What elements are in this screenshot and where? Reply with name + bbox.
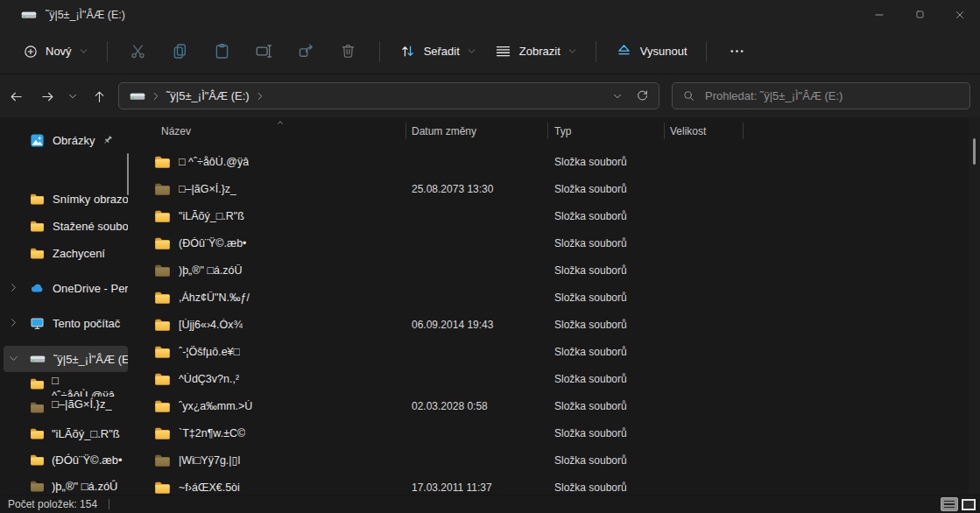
file-type: Složka souborů <box>547 373 664 385</box>
folder-icon <box>30 426 45 441</box>
sidebar-item-captures[interactable]: Zachycení <box>4 240 128 266</box>
chevron-right-icon[interactable] <box>8 317 19 328</box>
sidebar-item-drive-e[interactable]: ˜ÿ|5±_¡Ì"ÂÆ (E:) <box>4 346 128 372</box>
table-row[interactable]: ,Áhz¢Û"N.‰ƒ/ Složka souborů <box>140 284 969 311</box>
table-row[interactable]: □ ^ˆ÷åôÙ.@ÿâ Složka souborů <box>140 148 969 175</box>
folder-icon <box>154 399 171 413</box>
window-title: ˜ÿ|5±_¡Ì"ÂÆ (E:) <box>46 9 125 21</box>
new-button[interactable]: Nový <box>14 38 97 66</box>
see-more-button[interactable] <box>720 36 755 67</box>
maximize-button[interactable] <box>899 0 940 29</box>
copy-icon <box>171 42 189 60</box>
file-name: ˆ-¦Õšfµō.e¥□ <box>179 346 240 358</box>
sidebar-item-downloads[interactable]: Stažené soubor <box>4 213 128 239</box>
file-date: 02.03.2028 0:58 <box>405 400 547 412</box>
drive-icon <box>130 91 145 102</box>
file-name: )þ„®" □á.zóÛ <box>179 264 243 277</box>
table-row[interactable]: )þ„®" □á.zóÛ Složka souborů <box>140 256 969 284</box>
table-row[interactable]: ^ÚdÇ3v?n.,² Složka souborů <box>140 365 969 392</box>
sidebar-gap <box>0 302 140 310</box>
column-divider[interactable] <box>547 123 548 139</box>
chevron-right-icon <box>151 91 161 102</box>
column-divider[interactable] <box>664 123 665 139</box>
table-row[interactable]: ~f›áŒX€.5òi 17.03.2011 11:37 Složka soub… <box>140 474 969 495</box>
chevron-right-icon[interactable] <box>8 282 19 293</box>
sidebar-item-label: Obrázky <box>53 134 95 147</box>
window-controls <box>859 0 980 29</box>
command-bar: Nový Seřadit Zobrazit Vysunout <box>0 29 980 74</box>
tree-item-label: )þ„®" □á.zóÛ <box>52 479 118 494</box>
file-type: Složka souborů <box>547 183 664 195</box>
paste-button[interactable] <box>205 36 240 67</box>
sort-ascending-icon <box>276 119 285 126</box>
folder-icon <box>154 453 171 467</box>
sidebar-item-onedrive[interactable]: OneDrive - Perso <box>4 275 128 301</box>
forward-button[interactable] <box>32 81 62 111</box>
eject-label: Vysunout <box>640 45 687 58</box>
table-row[interactable]: `T‡2n¶w.±C© Složka souborů <box>140 419 969 446</box>
sidebar-item-screenshots[interactable]: Snímky obrazov <box>4 186 128 212</box>
sidebar-tree-item[interactable]: "iLÃõý_□.R"ß <box>4 420 131 446</box>
folder-icon <box>154 345 171 359</box>
column-header-date[interactable]: Datum změny <box>405 125 547 137</box>
table-row[interactable]: □–|ãG×Í.}z_ 25.08.2073 13:30 Složka soub… <box>140 175 969 202</box>
minimize-button[interactable] <box>859 0 899 29</box>
delete-button[interactable] <box>331 36 366 67</box>
share-button[interactable] <box>289 36 324 67</box>
search-input[interactable] <box>703 88 961 103</box>
breadcrumb-drive[interactable]: ˜ÿ|5±_¡Ì"ÂÆ (E:) <box>166 89 250 102</box>
address-bar[interactable]: ˜ÿ|5±_¡Ì"ÂÆ (E:) <box>118 82 659 109</box>
column-header-name[interactable]: Název <box>140 125 405 137</box>
sidebar-scrollbar[interactable] <box>127 153 129 195</box>
drive-icon <box>21 10 37 20</box>
chevron-right-icon[interactable] <box>255 91 265 102</box>
column-divider[interactable] <box>743 123 744 139</box>
address-bar-controls <box>604 84 655 108</box>
file-type: Složka souborů <box>547 400 664 412</box>
recent-locations-button[interactable] <box>60 81 85 111</box>
view-button[interactable]: Zobrazit <box>485 36 586 67</box>
folder-icon <box>154 291 171 305</box>
refresh-button[interactable] <box>630 84 655 108</box>
file-type: Složka souborů <box>547 210 664 222</box>
column-header-type[interactable]: Typ <box>547 125 664 137</box>
divider <box>107 41 108 62</box>
back-button[interactable] <box>1 81 31 111</box>
table-row[interactable]: ˆ-¦Õšfµō.e¥□ Složka souborů <box>140 338 969 365</box>
cut-button[interactable] <box>121 36 156 67</box>
sidebar-item-label: Stažené soubor <box>53 220 128 233</box>
folder-icon <box>154 372 171 386</box>
folder-icon <box>154 318 171 332</box>
search-box[interactable] <box>672 82 970 109</box>
sidebar-tree-item[interactable]: (ÐÓû¨Ÿ©.æb• <box>4 446 131 473</box>
sidebar-tree-item[interactable]: )þ„®" □á.zóÛ <box>4 473 131 495</box>
table-row[interactable]: [Újj6«›4.Óx¾ 06.09.2014 19:43 Složka sou… <box>140 311 969 338</box>
sidebar-item-this-pc[interactable]: Tento počítač <box>4 310 128 336</box>
file-list-area: Název Datum změny Typ Velikost □ ^ˆ÷åôÙ.… <box>140 117 980 495</box>
large-icons-view-button[interactable] <box>962 499 976 510</box>
details-view-button[interactable] <box>941 497 958 511</box>
chevron-down-icon[interactable] <box>8 353 19 364</box>
up-button[interactable] <box>84 81 114 111</box>
copy-button[interactable] <box>163 36 198 67</box>
folder-icon <box>30 453 45 467</box>
address-dropdown-button[interactable] <box>604 84 630 108</box>
table-row[interactable]: "iLÃõý_□.R"ß Složka souborů <box>140 202 969 229</box>
folder-icon <box>30 400 45 415</box>
sidebar-tree-item[interactable]: □–|ãG×Í.}z_ <box>4 397 131 420</box>
table-row[interactable]: |Wi□Yÿ7g.|▯l Složka souborů <box>140 446 969 474</box>
close-button[interactable] <box>940 0 980 29</box>
file-date: 06.09.2014 19:43 <box>405 319 547 331</box>
table-row[interactable]: (ÐÓû¨Ÿ©.æb• Složka souborů <box>140 229 969 256</box>
eject-button[interactable]: Vysunout <box>606 36 696 67</box>
sidebar-tree-item[interactable]: □ ^ˆ÷åôÙ.@ÿâ <box>4 373 131 397</box>
table-row[interactable]: ˆyx¿a‰mm.>Ú 02.03.2028 0:58 Složka soubo… <box>140 392 969 419</box>
plus-circle-icon <box>23 44 39 60</box>
column-divider[interactable] <box>405 123 406 139</box>
rename-button[interactable] <box>247 36 282 67</box>
scrollbar-track[interactable] <box>969 117 980 495</box>
sidebar-item-pictures[interactable]: Obrázky <box>4 127 128 153</box>
sort-button[interactable]: Seřadit <box>390 36 485 67</box>
column-header-size[interactable]: Velikost <box>664 125 743 137</box>
file-type: Složka souborů <box>547 264 664 277</box>
